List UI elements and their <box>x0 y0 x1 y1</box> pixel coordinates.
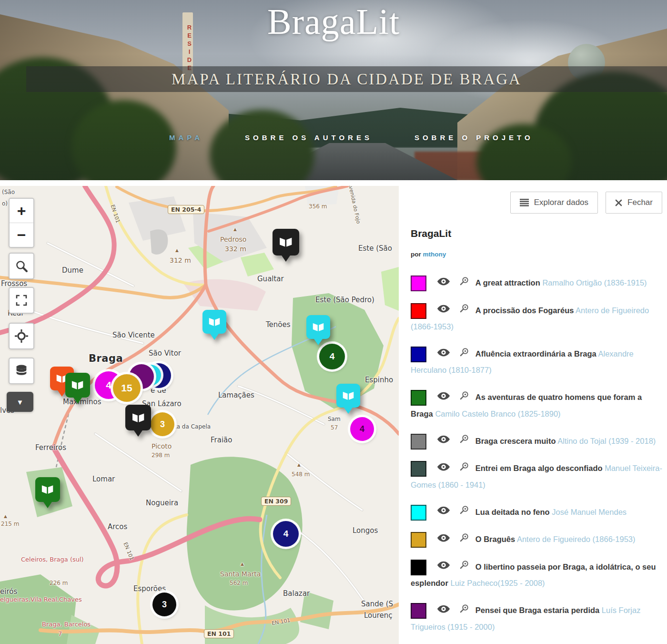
layer-color-swatch[interactable] <box>411 560 426 575</box>
map-place-label: Sande (S <box>361 600 393 608</box>
map-place-label: ▲ <box>233 227 237 232</box>
zoom-to-layer-icon[interactable] <box>459 303 469 319</box>
book-marker-pin[interactable] <box>65 373 90 398</box>
close-panel-button[interactable]: Fechar <box>606 192 662 214</box>
map-place-label: o) <box>2 200 8 207</box>
layer-color-swatch[interactable] <box>411 532 426 548</box>
visibility-eye-icon[interactable] <box>437 390 450 406</box>
book-marker-pin[interactable] <box>35 477 60 502</box>
legend-entry: Lua deitada no feno José Manuel Mendes <box>411 504 663 521</box>
visibility-eye-icon[interactable] <box>437 461 450 477</box>
open-book-icon <box>341 388 355 403</box>
layer-color-swatch[interactable] <box>411 505 426 521</box>
map-place-label: EN 205-4 <box>168 205 204 214</box>
zoom-to-layer-icon[interactable] <box>459 347 469 363</box>
map-place-label: elgueiras,Vila Real,Chaves <box>0 596 82 603</box>
visibility-eye-icon[interactable] <box>437 433 450 450</box>
book-marker-pin[interactable] <box>125 405 151 430</box>
visibility-eye-icon[interactable] <box>437 603 450 619</box>
marker-cluster[interactable]: 3 <box>151 412 174 436</box>
entry-author-link[interactable]: José Manuel Mendes <box>552 508 627 516</box>
map-place-label: Este (São Pedro) <box>315 296 374 304</box>
entry-title: Braga crescera muito <box>475 437 556 445</box>
map-place-label: Pedroso <box>220 235 246 243</box>
map-place-label: 226 m <box>50 580 68 586</box>
cluster-count: 4 <box>283 529 289 539</box>
visibility-eye-icon[interactable] <box>437 276 450 292</box>
visibility-eye-icon[interactable] <box>437 532 450 548</box>
map-place-label: 215 m <box>1 521 19 527</box>
layers-button[interactable] <box>9 358 34 384</box>
book-marker-pin[interactable] <box>273 229 299 256</box>
marker-cluster[interactable]: 4 <box>273 521 299 547</box>
content-row: (Sãoo)EN 205-4356 mEN 101Avenida do Fojo… <box>0 186 667 644</box>
map-place-label: Ferreiros <box>35 443 66 452</box>
zoom-to-layer-icon[interactable] <box>459 559 469 575</box>
locate-icon <box>14 329 29 343</box>
layer-color-swatch[interactable] <box>411 603 426 619</box>
map-place-label: Esporões <box>133 584 166 593</box>
map-place-label: ▲ <box>175 248 179 253</box>
close-icon <box>615 199 622 206</box>
map-place-label: Tenões <box>266 320 291 329</box>
zoom-to-layer-icon[interactable] <box>459 276 469 292</box>
nav-item[interactable]: MAPA <box>169 133 203 142</box>
entry-author-link[interactable]: Ramalho Ortigão (1836-1915) <box>542 278 647 287</box>
legend-collapse-button[interactable]: ▼ <box>7 392 33 412</box>
nav-item[interactable]: SOBRE OS AUTORES <box>245 133 373 142</box>
visibility-eye-icon[interactable] <box>437 347 450 363</box>
visibility-eye-icon[interactable] <box>437 303 450 319</box>
locate-button[interactable] <box>9 323 34 349</box>
book-marker-pin[interactable] <box>306 315 330 339</box>
zoom-to-layer-icon[interactable] <box>459 504 469 521</box>
map-place-label: Picoto <box>152 442 172 450</box>
marker-cluster[interactable]: 3 <box>152 593 176 616</box>
visibility-eye-icon[interactable] <box>437 504 450 521</box>
zoom-in-button[interactable]: + <box>10 199 33 223</box>
map-place-label: Braga, Barcelos <box>42 621 91 628</box>
layer-color-swatch[interactable] <box>411 390 426 406</box>
layer-color-swatch[interactable] <box>411 461 426 477</box>
zoom-to-layer-icon[interactable] <box>459 532 469 548</box>
marker-cluster[interactable]: 15 <box>113 374 141 402</box>
marker-cluster[interactable]: 4 <box>350 417 374 441</box>
map-place-label: 548 m <box>292 471 310 478</box>
map-place-label: ▲ <box>297 462 301 467</box>
map-search-button[interactable] <box>9 253 34 279</box>
open-book-icon <box>311 320 325 334</box>
book-marker-pin[interactable] <box>202 310 226 334</box>
fullscreen-button[interactable] <box>9 287 34 314</box>
map-place-label: Sam <box>328 416 341 422</box>
map-place-label: Nogueira <box>146 499 178 507</box>
zoom-to-layer-icon[interactable] <box>459 461 469 477</box>
byline-prefix: por <box>411 251 421 258</box>
zoom-to-layer-icon[interactable] <box>459 390 469 406</box>
layer-color-swatch[interactable] <box>411 303 426 319</box>
map-place-label: Santa Marta <box>220 570 261 578</box>
site-title: BragaLit <box>0 1 667 42</box>
layer-color-swatch[interactable] <box>411 434 426 450</box>
map-place-label: Lourenç <box>364 611 393 620</box>
zoom-out-button[interactable]: − <box>10 223 33 247</box>
layer-color-swatch[interactable] <box>411 347 426 362</box>
book-marker-pin[interactable] <box>336 384 360 408</box>
legend-entry: As aventuras de quatro homens que foram … <box>411 389 663 422</box>
zoom-to-layer-icon[interactable] <box>459 433 469 450</box>
map-place-label: Lamaçães <box>218 391 254 399</box>
byline-user-link[interactable]: mthony <box>423 251 446 258</box>
zoom-control: + − <box>9 198 34 248</box>
nav-item[interactable]: SOBRE O PROJETO <box>414 133 534 142</box>
layer-color-swatch[interactable] <box>411 276 426 291</box>
entry-author-link[interactable]: Altino do Tojal (1939 - 2018) <box>557 437 656 445</box>
zoom-to-layer-icon[interactable] <box>459 603 469 619</box>
entry-title: O Braguês <box>475 535 515 543</box>
map-place-label: 562 m <box>230 580 248 586</box>
entry-author-link[interactable]: Antero de Figueiredo (1866-1953) <box>517 535 636 543</box>
entry-author-link[interactable]: Camilo Castelo Branco (1825-1890) <box>435 409 560 418</box>
explore-data-button[interactable]: Explorar dados <box>510 192 598 214</box>
visibility-eye-icon[interactable] <box>437 559 450 575</box>
entry-author-link[interactable]: Luiz Pacheco(1925 - 2008) <box>450 579 545 587</box>
entry-title: Lua deitada no feno <box>475 508 550 516</box>
map-canvas[interactable]: (Sãoo)EN 205-4356 mEN 101Avenida do Fojo… <box>0 186 399 644</box>
map-place-label: 57 <box>331 424 338 431</box>
